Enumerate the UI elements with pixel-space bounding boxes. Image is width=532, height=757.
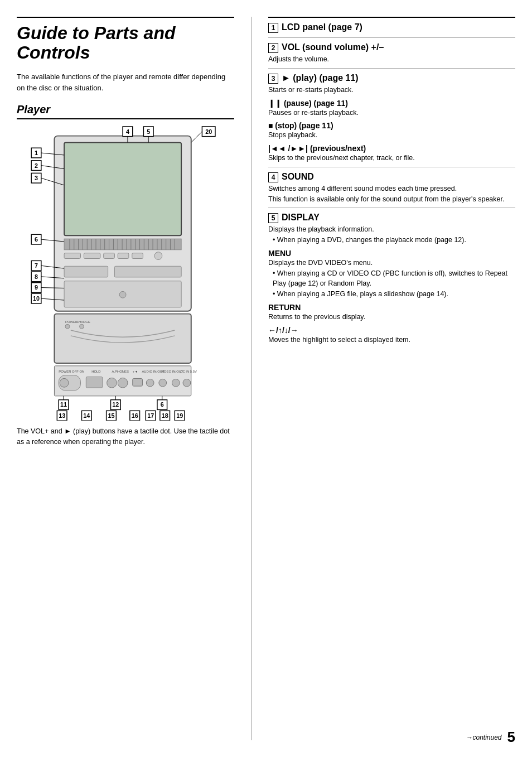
svg-text:7: 7: [35, 263, 38, 269]
svg-rect-1: [64, 143, 181, 236]
svg-text:12: 12: [112, 402, 119, 408]
svg-text:10: 10: [33, 295, 40, 302]
svg-line-78: [191, 132, 202, 143]
svg-point-57: [146, 379, 154, 387]
entry-4-title: SOUND: [282, 172, 314, 182]
entry-1-title: LCD panel (page 7): [282, 22, 362, 32]
stop-title: ■ (stop) (page 11): [268, 121, 515, 130]
svg-text:13: 13: [59, 412, 65, 419]
menu-title: MENU: [268, 249, 515, 258]
entry-5-title: DISPLAY: [282, 213, 320, 223]
svg-text:19: 19: [176, 412, 183, 419]
page-footer: →continued 5: [466, 729, 515, 746]
svg-rect-53: [86, 377, 102, 388]
svg-point-60: [183, 379, 191, 387]
entry-2-body: Adjusts the volume.: [268, 54, 515, 65]
page-title: Guide to Parts and Controls: [17, 17, 234, 62]
svg-text:8: 8: [35, 273, 38, 280]
svg-text:POWER OFF ON: POWER OFF ON: [59, 370, 84, 373]
svg-rect-35: [114, 267, 181, 278]
svg-text:HOLD: HOLD: [91, 370, 100, 373]
svg-point-59: [172, 379, 180, 387]
menu-bullet-1: When playing a CD or VIDEO CD (PBC funct…: [268, 268, 515, 290]
svg-rect-32: [132, 253, 143, 259]
entry-2: 2 VOL (sound volume) +/– Adjusts the vol…: [268, 37, 515, 68]
entry-3-num: 3: [268, 74, 278, 84]
menu-body: Displays the DVD VIDEO's menu.: [268, 258, 515, 268]
prev-next-title: |◄◄ /►►| (previous/next): [268, 144, 515, 153]
svg-point-41: [65, 325, 70, 329]
player-section-title: Player: [17, 103, 234, 119]
entry-5-body: Displays the playback information.: [268, 224, 515, 235]
entry-5: 5 DISPLAY Displays the playback informat…: [268, 208, 515, 348]
entry-3-sub-stop: ■ (stop) (page 11) Stops playback.: [268, 121, 515, 141]
svg-rect-34: [64, 267, 108, 278]
return-title: RETURN: [268, 303, 515, 312]
stop-body: Stops playback.: [268, 130, 515, 141]
svg-rect-2: [64, 239, 181, 250]
entry-3-title: ► (play) (page 11): [282, 73, 359, 83]
entry-3-body: Starts or re-starts playback.: [268, 85, 515, 95]
svg-text:3: 3: [35, 175, 38, 182]
menu-sub: MENU Displays the DVD VIDEO's menu. When…: [268, 249, 515, 300]
svg-point-42: [80, 325, 84, 329]
entry-4: 4 SOUND Switches among 4 different sound…: [268, 167, 515, 208]
svg-text:11: 11: [60, 402, 67, 408]
svg-point-52: [60, 379, 69, 388]
entry-2-num: 2: [268, 43, 278, 53]
svg-text:DC IN 5.5V: DC IN 5.5V: [180, 370, 197, 373]
entry-5-bullet-1: When playing a DVD, changes the playback…: [268, 235, 515, 245]
arrows-title: ←/↑/↓/→: [268, 326, 515, 335]
menu-bullets: When playing a CD or VIDEO CD (PBC funct…: [268, 268, 515, 300]
svg-text:5: 5: [147, 128, 150, 135]
svg-text:A.PHONES: A.PHONES: [112, 370, 128, 373]
svg-text:9: 9: [35, 285, 38, 291]
below-diagram-text: The VOL+ and ► (play) buttons have a tac…: [17, 426, 234, 447]
arrows-sub: ←/↑/↓/→ Moves the highlight to select a …: [268, 326, 515, 345]
svg-rect-29: [84, 253, 100, 259]
svg-text:6: 6: [161, 402, 164, 408]
entry-1-num: 1: [268, 23, 278, 33]
svg-rect-56: [133, 379, 143, 387]
svg-point-54: [107, 378, 117, 388]
svg-text:18: 18: [162, 412, 168, 419]
svg-text:6: 6: [35, 236, 38, 243]
svg-text:CHARGE: CHARGE: [76, 321, 90, 324]
svg-text:20: 20: [205, 128, 212, 135]
entry-1: 1 LCD panel (page 7): [268, 17, 515, 37]
return-body: Returns to the previous display.: [268, 312, 515, 322]
entry-3: 3 ► (play) (page 11) Starts or re-starts…: [268, 68, 515, 167]
continued-text: →continued: [466, 734, 502, 741]
menu-bullet-2: When playing a JPEG file, plays a slides…: [268, 289, 515, 300]
entry-4-body: Switches among 4 different sound modes e…: [268, 184, 515, 205]
svg-text:14: 14: [83, 412, 90, 419]
intro-text: The available functions of the player an…: [17, 71, 234, 93]
pause-title: ❙❙ (pause) (page 11): [268, 99, 515, 108]
svg-text:15: 15: [108, 412, 114, 419]
entry-2-title: VOL (sound volume) +/–: [282, 42, 384, 52]
entry-3-sub-pause: ❙❙ (pause) (page 11) Pauses or re-starts…: [268, 99, 515, 118]
right-column: 1 LCD panel (page 7) 2 VOL (sound volume…: [251, 17, 515, 740]
return-sub: RETURN Returns to the previous display.: [268, 303, 515, 322]
player-diagram: POWER CHARGE POWER OFF ON HOLD A.PHONES …: [25, 125, 226, 421]
svg-point-58: [159, 379, 167, 387]
svg-rect-31: [118, 253, 129, 259]
svg-text:17: 17: [147, 412, 154, 419]
prev-next-body: Skips to the previous/next chapter, trac…: [268, 153, 515, 163]
svg-text:2: 2: [35, 162, 38, 169]
svg-point-55: [118, 378, 128, 388]
pause-body: Pauses or re-starts playback.: [268, 108, 515, 118]
page-number: 5: [507, 729, 515, 746]
svg-rect-28: [64, 253, 80, 259]
svg-text:16: 16: [132, 412, 138, 419]
svg-text:+◄: +◄: [133, 370, 138, 373]
svg-text:4: 4: [126, 128, 129, 135]
entry-5-num: 5: [268, 213, 278, 223]
svg-point-37: [119, 292, 126, 298]
entry-4-num: 4: [268, 172, 278, 182]
svg-point-33: [154, 252, 162, 260]
entry-3-sub-prev-next: |◄◄ /►►| (previous/next) Skips to the pr…: [268, 144, 515, 163]
svg-text:1: 1: [35, 150, 38, 156]
arrows-body: Moves the highlight to select a displaye…: [268, 335, 515, 345]
svg-rect-30: [104, 253, 115, 259]
